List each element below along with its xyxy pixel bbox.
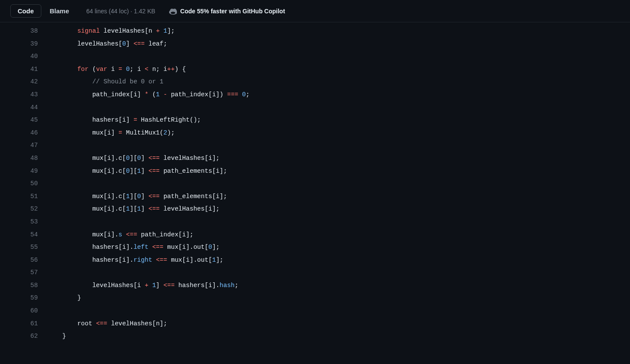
- line-number[interactable]: 50: [0, 177, 47, 190]
- code-line: // Should be 0 or 1: [47, 76, 630, 89]
- code-line: for (var i = 0; i < n; i++) {: [47, 63, 630, 76]
- code-line: [47, 216, 630, 229]
- line-number[interactable]: 42: [0, 76, 47, 89]
- code-line: }: [47, 330, 630, 343]
- code-line: [47, 50, 630, 63]
- code-line: hashers[i].right <== mux[i].out[1];: [47, 254, 630, 267]
- code-line: [47, 101, 630, 114]
- code-line: levelHashes[i + 1] <== hashers[i].hash;: [47, 279, 630, 292]
- code-line: signal levelHashes[n + 1];: [47, 25, 630, 38]
- copilot-promo-text: Code 55% faster with GitHub Copilot: [180, 8, 285, 15]
- code-line: mux[i].c[0][1] <== path_elements[i];: [47, 165, 630, 178]
- line-number[interactable]: 51: [0, 190, 47, 203]
- line-number[interactable]: 60: [0, 305, 47, 318]
- code-line: [47, 177, 630, 190]
- line-number[interactable]: 47: [0, 139, 47, 152]
- code-line: path_index[i] * (1 - path_index[i]) === …: [47, 89, 630, 101]
- line-number[interactable]: 59: [0, 292, 47, 305]
- copilot-promo[interactable]: Code 55% faster with GitHub Copilot: [169, 7, 285, 15]
- line-number[interactable]: 48: [0, 152, 47, 165]
- line-number[interactable]: 44: [0, 101, 47, 114]
- code-line: mux[i].c[1][0] <== path_elements[i];: [47, 190, 630, 203]
- code-line: [47, 139, 630, 152]
- line-number[interactable]: 61: [0, 318, 47, 330]
- line-number[interactable]: 41: [0, 63, 47, 76]
- line-number[interactable]: 54: [0, 229, 47, 242]
- line-number[interactable]: 58: [0, 279, 47, 292]
- file-toolbar: Code Blame 64 lines (44 loc) · 1.42 KB C…: [0, 0, 630, 22]
- line-number[interactable]: 53: [0, 216, 47, 229]
- file-info-text: 64 lines (44 loc) · 1.42 KB: [86, 8, 155, 15]
- tab-blame[interactable]: Blame: [43, 5, 76, 17]
- line-number[interactable]: 57: [0, 266, 47, 279]
- code-line: hashers[i].left <== mux[i].out[0];: [47, 241, 630, 254]
- line-number-gutter: 3839404142434445464748495051525354555657…: [0, 25, 47, 343]
- code-line: mux[i] = MultiMux1(2);: [47, 127, 630, 140]
- copilot-icon: [169, 7, 177, 15]
- code-line: root <== levelHashes[n];: [47, 318, 630, 330]
- line-number[interactable]: 38: [0, 25, 47, 38]
- line-number[interactable]: 46: [0, 127, 47, 140]
- code-content[interactable]: signal levelHashes[n + 1]; levelHashes[0…: [47, 25, 630, 343]
- line-number[interactable]: 62: [0, 330, 47, 343]
- code-line: [47, 305, 630, 318]
- line-number[interactable]: 56: [0, 254, 47, 267]
- line-number[interactable]: 43: [0, 89, 47, 101]
- code-line: }: [47, 292, 630, 305]
- line-number[interactable]: 52: [0, 203, 47, 216]
- code-line: mux[i].s <== path_index[i];: [47, 229, 630, 242]
- code-line: hashers[i] = HashLeftRight();: [47, 114, 630, 127]
- line-number[interactable]: 39: [0, 38, 47, 51]
- code-line: mux[i].c[0][0] <== levelHashes[i];: [47, 152, 630, 165]
- line-number[interactable]: 45: [0, 114, 47, 127]
- code-line: mux[i].c[1][1] <== levelHashes[i];: [47, 203, 630, 216]
- line-number[interactable]: 55: [0, 241, 47, 254]
- code-viewer: 3839404142434445464748495051525354555657…: [0, 22, 630, 343]
- code-line: levelHashes[0] <== leaf;: [47, 38, 630, 51]
- line-number[interactable]: 49: [0, 165, 47, 178]
- view-tabs: Code Blame: [10, 4, 76, 18]
- code-line: [47, 266, 630, 279]
- line-number[interactable]: 40: [0, 50, 47, 63]
- tab-code[interactable]: Code: [10, 4, 41, 18]
